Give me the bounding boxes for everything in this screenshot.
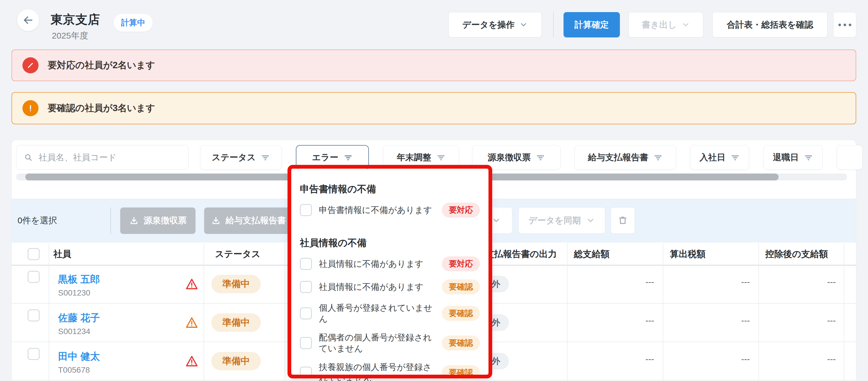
filter-gensen-button[interactable]: 源泉徴収票: [472, 145, 561, 170]
dropdown-item[interactable]: 個人番号が登録されていません 要確認: [300, 302, 480, 324]
filter-lines-icon: [344, 153, 353, 162]
employee-code: T005678: [58, 365, 100, 375]
net-amount: ---: [758, 350, 844, 368]
item-badge: 要確認: [442, 280, 480, 294]
filter-status-button[interactable]: ステータス: [200, 145, 282, 170]
net-amount: ---: [758, 311, 844, 330]
filter-lines-icon: [536, 153, 545, 162]
back-button[interactable]: [17, 9, 39, 31]
warning-triangle-icon: [185, 317, 198, 329]
sync-data-button[interactable]: データを同期: [518, 207, 605, 234]
table-row-employee: 佐藤 花子 S001234: [58, 311, 100, 336]
filter-report-button[interactable]: 給与支払報告書: [575, 145, 676, 170]
filter-lines-icon: [731, 153, 740, 162]
net-amount: ---: [758, 273, 844, 291]
item-checkbox[interactable]: [300, 281, 312, 293]
export-label: 書き出し: [642, 19, 677, 31]
filter-nencho-label: 年末調整: [397, 152, 431, 164]
alert-action-required: 要対応の社員が2名います: [11, 50, 856, 81]
trash-icon: [618, 215, 628, 226]
filter-cropped-button[interactable]: [837, 145, 863, 170]
col-gross: 総支給額: [574, 243, 610, 265]
item-label: 扶養親族の個人番号が登録されていません: [319, 362, 435, 381]
employee-link[interactable]: 黒板 五郎: [58, 273, 100, 286]
item-label: 申告書情報に不備があります: [319, 205, 435, 215]
alert-action-required-text: 要対応の社員が2名います: [48, 59, 155, 72]
item-badge: 要確認: [442, 306, 480, 321]
export-button[interactable]: 書き出し: [628, 12, 703, 37]
delete-button[interactable]: [611, 207, 635, 234]
item-checkbox[interactable]: [300, 337, 312, 349]
row-checkbox[interactable]: [28, 271, 40, 283]
item-checkbox[interactable]: [300, 258, 312, 270]
dropdown-section-title: 社員情報の不備: [300, 237, 480, 250]
filter-lines-icon: [804, 153, 813, 162]
employee-link[interactable]: 佐藤 花子: [58, 311, 100, 325]
column-divider: [49, 243, 49, 381]
col-net: 控除後の支給額: [765, 243, 828, 265]
filter-error-button[interactable]: エラー: [296, 145, 369, 170]
item-checkbox[interactable]: [300, 307, 312, 319]
download-gensen-label: 源泉徴収票: [144, 215, 187, 227]
confirm-calculation-button[interactable]: 計算確定: [563, 12, 620, 37]
dropdown-item[interactable]: 申告書情報に不備があります 要対応: [300, 203, 480, 217]
data-operations-button[interactable]: データを操作: [448, 12, 542, 37]
tax-amount: ---: [663, 350, 758, 368]
sync-data-label: データを同期: [528, 215, 581, 227]
dropdown-item[interactable]: 配偶者の個人番号が登録されていません 要確認: [300, 332, 480, 354]
filter-lines-icon: [261, 153, 270, 162]
status-badge: 計算中: [114, 14, 153, 32]
search-icon: [24, 152, 33, 162]
select-all-checkbox[interactable]: [28, 248, 40, 260]
item-label: 社員情報に不備があります: [319, 282, 435, 292]
item-label: 配偶者の個人番号が登録されていません: [319, 332, 435, 354]
status-pill: 準備中: [211, 275, 261, 293]
col-status: ステータス: [215, 243, 260, 265]
row-checkbox[interactable]: [28, 348, 40, 360]
download-report-label: 給与支払報告書: [225, 215, 286, 227]
exclamation-circle-icon: [23, 100, 38, 116]
download-gensen-button[interactable]: 源泉徴収票: [120, 207, 195, 234]
download-icon: [211, 216, 221, 226]
more-button[interactable]: [833, 12, 856, 37]
alert-check-required: 要確認の社員が3名います: [11, 92, 856, 124]
item-label: 個人番号が登録されていません: [319, 302, 435, 324]
col-tax: 算出税額: [670, 243, 706, 265]
filter-leave-date-button[interactable]: 退職日: [763, 145, 823, 170]
year-end-adjustment-page: 東京支店 計算中 2025年度 データを操作 計算確定 書き出し 合計表・総括表…: [0, 0, 868, 381]
item-checkbox[interactable]: [300, 367, 312, 379]
status-pill: 準備中: [211, 352, 261, 370]
pencil-circle-icon: [23, 57, 38, 74]
confirm-calculation-label: 計算確定: [575, 19, 609, 31]
filter-hire-date-label: 入社日: [700, 152, 725, 164]
header-divider: [553, 12, 554, 37]
download-report-button[interactable]: 給与支払報告書: [204, 207, 293, 234]
filter-error-label: エラー: [312, 152, 338, 164]
filter-leave-date-label: 退職日: [773, 152, 799, 164]
item-checkbox[interactable]: [300, 204, 312, 216]
filter-lines-icon: [653, 153, 663, 162]
filter-gensen-label: 源泉徴収票: [488, 152, 531, 164]
employee-search: [16, 145, 189, 170]
table-row-employee: 田中 健太 T005678: [58, 350, 100, 375]
chevron-down-icon: [492, 216, 501, 225]
dropdown-item[interactable]: 社員情報に不備があります 要確認: [300, 280, 480, 294]
error-filter-dropdown: 申告書情報の不備 申告書情報に不備があります 要対応 社員情報の不備 社員情報に…: [291, 169, 489, 375]
employee-link[interactable]: 田中 健太: [58, 350, 100, 363]
row-checkbox[interactable]: [28, 309, 40, 321]
summary-table-label: 合計表・総括表を確認: [727, 19, 813, 31]
dropdown-item[interactable]: 扶養親族の個人番号が登録されていません 要確認: [300, 362, 480, 381]
warning-triangle-icon: [185, 278, 198, 290]
item-badge: 要確認: [442, 335, 480, 351]
chevron-down-icon: [681, 21, 690, 29]
filter-hire-date-button[interactable]: 入社日: [690, 145, 749, 170]
item-badge: 要対応: [442, 203, 480, 217]
gross-amount: ---: [567, 273, 663, 291]
summary-table-button[interactable]: 合計表・総括表を確認: [712, 12, 828, 37]
search-input[interactable]: [38, 152, 181, 163]
filter-nencho-button[interactable]: 年末調整: [383, 145, 459, 170]
employee-code: S001230: [58, 288, 100, 297]
dropdown-item[interactable]: 社員情報に不備があります 要対応: [300, 256, 480, 271]
chevron-down-icon: [586, 216, 595, 225]
filter-report-label: 給与支払報告書: [588, 152, 648, 164]
